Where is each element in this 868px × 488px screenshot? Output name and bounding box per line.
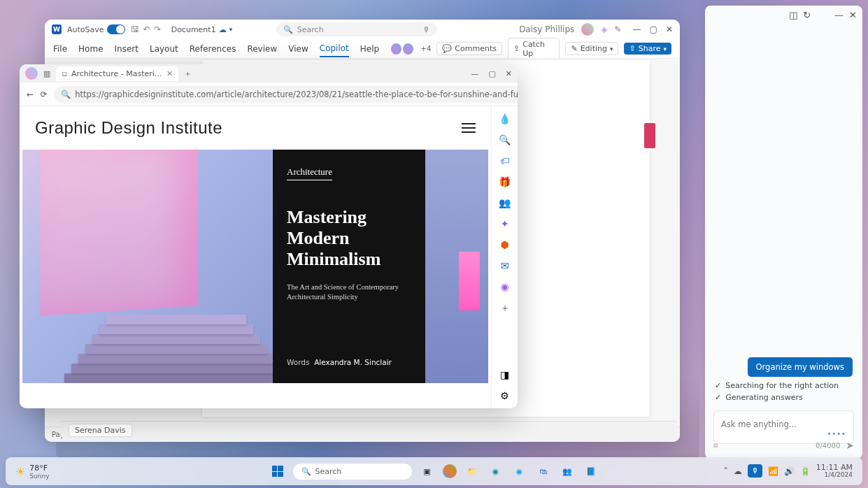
mic-active-icon[interactable]: 🎙 <box>748 464 762 478</box>
battery-icon[interactable]: 🔋 <box>800 466 811 476</box>
presence-avatar[interactable] <box>402 43 414 55</box>
edge-toolbar: ← ⟳ 🔍 https://graphicdesigninstitute.com… <box>20 82 518 106</box>
send-icon[interactable]: ➤ <box>846 440 854 451</box>
sidebar-search-icon[interactable]: 🔍 <box>499 134 511 145</box>
chevron-down-icon: ▾ <box>663 45 667 52</box>
sidebar-collapse-icon[interactable]: ◨ <box>500 369 509 380</box>
sidebar-tools-icon[interactable]: 🎁 <box>499 176 511 187</box>
word-taskbar-icon[interactable]: 📘 <box>583 463 599 480</box>
user-prompt-pill: Organize my windows <box>748 357 853 377</box>
catchup-button[interactable]: ⇪Catch Up <box>508 38 560 60</box>
tab-file[interactable]: File <box>53 41 67 57</box>
copilot-input-box[interactable]: •••• <box>713 410 854 444</box>
webpage-content[interactable]: Graphic Design Institute Architecture Ma… <box>20 106 491 408</box>
tab-copilot[interactable]: Copilot <box>320 41 349 57</box>
sidebar-messenger-icon[interactable]: ◉ <box>500 281 508 292</box>
editing-mode-button[interactable]: ✎Editing▾ <box>565 42 618 55</box>
sidebar-shopping-icon[interactable]: 🏷 <box>500 155 510 166</box>
tab-review[interactable]: Review <box>247 41 277 57</box>
taskbar-weather[interactable]: ☀ 78°FSunny <box>15 464 50 480</box>
browser-tab[interactable]: ▫ Architecture - Mastering Mode ✕ <box>56 66 178 81</box>
panel-refresh-icon[interactable]: ↻ <box>803 10 811 20</box>
cloud-sync-icon: ☁ <box>219 25 227 34</box>
copilot-side-tab[interactable] <box>644 123 655 148</box>
signed-in-user[interactable]: Daisy Phillips <box>519 24 574 34</box>
taskbar-clock[interactable]: 11:11 AM 1/4/2024 <box>816 464 853 479</box>
teams-icon[interactable]: 👥 <box>559 463 576 480</box>
presenter-chip[interactable]: Serena Davis <box>69 424 132 437</box>
explorer-icon[interactable]: 📁 <box>464 463 481 480</box>
address-bar[interactable]: 🔍 https://graphicdesigninstitute.com/art… <box>54 86 518 103</box>
onedrive-icon[interactable]: ☁ <box>734 466 742 476</box>
pen-icon[interactable]: ✎ <box>615 24 622 34</box>
char-counter: 0/4000 <box>816 442 840 450</box>
site-logo-text[interactable]: Graphic Design Institute <box>35 118 222 138</box>
comments-button[interactable]: 💬Comments <box>436 42 502 55</box>
sidebar-m365-icon[interactable]: ⬢ <box>500 239 508 250</box>
copilot-input[interactable] <box>721 419 846 429</box>
refresh-icon[interactable]: ⟳ <box>41 89 48 99</box>
tab-help[interactable]: Help <box>360 41 379 57</box>
panel-close-icon[interactable]: ✕ <box>849 10 857 20</box>
close-icon[interactable]: ✕ <box>506 69 512 78</box>
tab-actions-icon[interactable]: ▥ <box>43 69 50 78</box>
presence-avatar[interactable] <box>390 43 402 55</box>
mic-icon[interactable]: 🎙 <box>422 25 430 34</box>
ribbon-tabs: File Home Insert Layout References Revie… <box>45 39 680 59</box>
article-category[interactable]: Architecture <box>287 166 332 180</box>
redo-icon[interactable]: ↷ <box>155 24 162 34</box>
sidebar-people-icon[interactable]: 👥 <box>499 197 511 208</box>
sidebar-chat-icon[interactable]: 💧 <box>499 113 511 124</box>
word-search-box[interactable]: 🔍 Search 🎙 <box>276 22 437 36</box>
panel-minimize-icon[interactable]: — <box>834 10 844 20</box>
profile-avatar-icon[interactable] <box>25 67 38 80</box>
hamburger-menu-icon[interactable] <box>462 123 476 133</box>
close-tab-icon[interactable]: ✕ <box>166 69 173 78</box>
taskbar-search[interactable]: 🔍Search <box>293 464 412 480</box>
new-tab-icon[interactable]: ＋ <box>184 69 192 79</box>
maximize-icon[interactable]: ▢ <box>650 24 657 34</box>
check-icon: ✓ <box>715 381 721 390</box>
panel-layout-icon[interactable]: ◫ <box>789 10 797 20</box>
store-icon[interactable]: 🛍 <box>535 463 552 480</box>
maximize-icon[interactable]: ▢ <box>488 69 495 78</box>
document-name[interactable]: Document1 ☁ ▾ <box>171 25 233 34</box>
tab-insert[interactable]: Insert <box>115 41 138 57</box>
minimize-icon[interactable]: — <box>633 24 641 34</box>
chevron-down-icon[interactable]: ▾ <box>229 26 233 33</box>
volume-icon[interactable]: 🔊 <box>784 466 795 476</box>
image-attach-icon[interactable]: ⧈ <box>713 441 718 450</box>
copilot-taskbar-icon[interactable] <box>443 464 457 478</box>
sidebar-settings-icon[interactable]: ⚙ <box>500 390 509 401</box>
sidebar-games-icon[interactable]: ✦ <box>501 218 509 229</box>
tab-view[interactable]: View <box>288 41 308 57</box>
sidebar-outlook-icon[interactable]: ✉ <box>501 260 509 271</box>
close-icon[interactable]: ✕ <box>666 24 673 34</box>
user-avatar[interactable] <box>581 23 594 36</box>
tab-references[interactable]: References <box>190 41 236 57</box>
catchup-icon: ⇪ <box>513 44 520 53</box>
task-view-icon[interactable]: ▣ <box>419 463 436 480</box>
presence-more[interactable]: +4 <box>421 45 432 52</box>
edge-taskbar-icon[interactable]: ◉ <box>511 463 528 480</box>
article-subhead: The Art and Science of Contemporary Arch… <box>287 282 411 302</box>
copilot-panel: ◫ ↻ — ✕ Organize my windows ✓Searching f… <box>705 6 862 459</box>
start-button[interactable] <box>269 463 286 480</box>
share-button[interactable]: ⇧Share▾ <box>624 43 671 55</box>
autosave-toggle[interactable]: AutoSave <box>67 24 125 34</box>
edge-taskbar-icon[interactable]: ◉ <box>488 463 504 480</box>
diamond-icon[interactable]: ◈ <box>601 24 607 34</box>
back-icon[interactable]: ← <box>27 89 34 99</box>
tab-layout[interactable]: Layout <box>150 41 178 57</box>
tray-chevron-icon[interactable]: ˄ <box>724 466 728 476</box>
hero-image <box>22 150 273 383</box>
url-text: https://graphicdesigninstitute.com/artic… <box>75 89 518 99</box>
wifi-icon[interactable]: 📶 <box>768 466 778 476</box>
sidebar-add-icon[interactable]: ＋ <box>500 302 510 315</box>
tab-home[interactable]: Home <box>78 41 103 57</box>
chevron-down-icon: ▾ <box>610 45 613 52</box>
undo-icon[interactable]: ↶ <box>143 24 150 34</box>
minimize-icon[interactable]: — <box>471 69 478 78</box>
save-icon[interactable]: 🖫 <box>131 24 139 34</box>
edge-tab-strip: ▥ ▫ Architecture - Mastering Mode ✕ ＋ — … <box>20 64 518 82</box>
